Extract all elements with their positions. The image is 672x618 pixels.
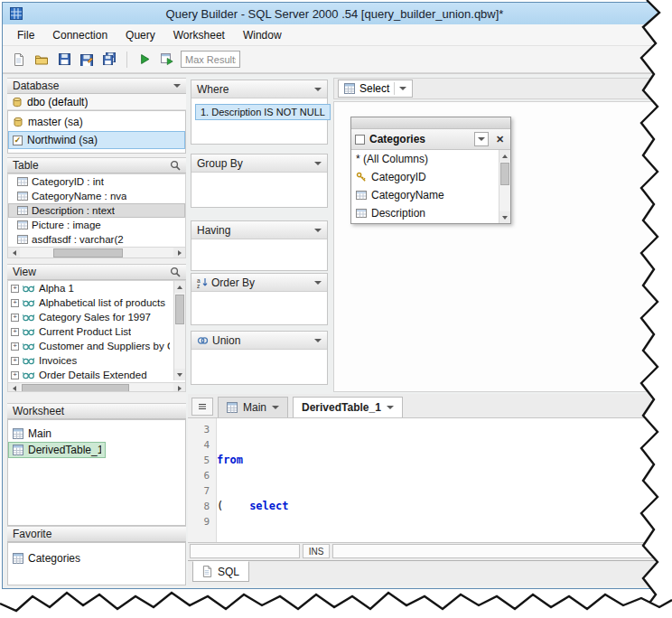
group-by-panel-body[interactable]: [191, 173, 327, 182]
menu-window[interactable]: Window: [234, 25, 291, 45]
column-item-asdfasdf[interactable]: asdfasdf : varchar(2: [8, 232, 185, 247]
column-item-description[interactable]: Description : ntext: [8, 203, 185, 218]
order-by-panel-header[interactable]: Order By: [191, 274, 327, 292]
search-icon[interactable]: [170, 267, 181, 277]
database-checked-checkbox[interactable]: ✓: [13, 136, 23, 145]
view-item[interactable]: + Current Product List: [8, 324, 173, 339]
worksheet-section-header[interactable]: Worksheet: [7, 403, 186, 419]
table-select-all-checkbox[interactable]: [355, 135, 365, 145]
favorite-section-header[interactable]: Favorite: [7, 526, 186, 542]
view-item[interactable]: + Invoices: [8, 353, 173, 368]
dropdown-icon[interactable]: [314, 162, 322, 169]
collapse-database-icon[interactable]: [173, 84, 181, 91]
sql-code-editor[interactable]: 3 4 5 6 7 8 9 from ( select * from: [188, 418, 667, 543]
menu-worksheet[interactable]: Worksheet: [164, 25, 234, 45]
schema-item-dbo[interactable]: dbo (default): [7, 94, 186, 110]
search-icon[interactable]: [170, 160, 181, 171]
open-file-button[interactable]: [33, 51, 51, 69]
scroll-right-button[interactable]: [173, 248, 185, 259]
column-item-categoryname[interactable]: CategoryName : nva: [8, 189, 185, 203]
favorite-item-categories[interactable]: Categories: [8, 550, 185, 566]
code-line[interactable]: from: [217, 453, 667, 468]
database-section-header[interactable]: Database: [7, 78, 186, 94]
view-vertical-scrollbar[interactable]: [173, 281, 185, 380]
save-as-button[interactable]: [78, 51, 96, 69]
expand-icon[interactable]: +: [11, 371, 19, 379]
menu-connection[interactable]: Connection: [43, 25, 117, 45]
table-column-row-description[interactable]: Description: [351, 204, 499, 222]
having-panel-body[interactable]: [191, 239, 327, 248]
scroll-down-button[interactable]: [499, 211, 511, 223]
order-by-panel-body[interactable]: [191, 292, 327, 301]
expand-icon[interactable]: +: [11, 357, 19, 365]
table-section-header[interactable]: Table: [7, 157, 186, 173]
having-panel-header[interactable]: Having: [191, 221, 327, 239]
dropdown-icon[interactable]: [314, 229, 322, 236]
union-panel-header[interactable]: Union: [191, 332, 327, 350]
max-results-input[interactable]: [181, 51, 240, 68]
editor-tab-derivedtable[interactable]: DerivedTable_1: [293, 397, 403, 417]
where-panel-header[interactable]: Where: [191, 80, 327, 98]
where-condition-chip[interactable]: 1. Description IS NOT NULL: [195, 104, 331, 120]
scrollbar-thumb[interactable]: [53, 248, 123, 258]
scroll-down-button[interactable]: [174, 369, 186, 380]
scroll-right-button[interactable]: [173, 383, 185, 393]
worksheet-item-main[interactable]: Main: [8, 426, 185, 442]
column-item-categoryid[interactable]: CategoryID : int: [8, 174, 185, 189]
group-by-panel-header[interactable]: Group By: [191, 154, 327, 173]
database-item-master[interactable]: master (sa): [8, 113, 185, 131]
editor-tab-main[interactable]: Main: [218, 397, 288, 417]
dropdown-icon[interactable]: [314, 88, 322, 95]
view-item[interactable]: + Alphabetical list of products: [8, 295, 173, 310]
view-horizontal-scrollbar[interactable]: [8, 382, 185, 392]
scrollbar-thumb[interactable]: [175, 295, 184, 325]
tab-dropdown-icon[interactable]: [272, 406, 279, 413]
table-horizontal-scrollbar[interactable]: [8, 247, 185, 258]
view-item[interactable]: + Alpha 1: [8, 281, 173, 295]
table-window-vertical-scrollbar[interactable]: [499, 150, 510, 223]
select-tab[interactable]: Select: [338, 80, 413, 98]
run-options-button[interactable]: [158, 51, 176, 69]
table-column-row-categoryid[interactable]: CategoryID: [351, 168, 499, 186]
view-item[interactable]: + Customer and Suppliers by C: [8, 339, 173, 353]
column-item-picture[interactable]: Picture : image: [8, 218, 185, 232]
database-item-northwind[interactable]: ✓ Northwind (sa): [8, 131, 185, 149]
code-line[interactable]: ( select: [217, 499, 667, 514]
scrollbar-thumb[interactable]: [500, 163, 509, 185]
expand-icon[interactable]: +: [11, 285, 19, 293]
menu-query[interactable]: Query: [117, 25, 164, 45]
code-area[interactable]: from ( select * from [Northwind].[dbo].[…: [217, 418, 667, 542]
save-button[interactable]: [55, 51, 73, 69]
table-window-close-button[interactable]: ✕: [493, 132, 507, 146]
save-all-button[interactable]: [100, 51, 118, 69]
union-panel-body[interactable]: [191, 350, 327, 359]
scroll-left-button[interactable]: [8, 248, 20, 259]
scroll-up-button[interactable]: [174, 281, 186, 293]
dropdown-icon[interactable]: [399, 87, 406, 94]
view-item[interactable]: + Order Details Extended: [8, 368, 173, 382]
categories-table-window[interactable]: Categories ✕ * (All Columns) CategoryID: [350, 117, 511, 224]
scrollbar-thumb[interactable]: [22, 384, 129, 393]
menu-file[interactable]: File: [8, 25, 43, 45]
sql-view-tab[interactable]: SQL: [192, 561, 249, 582]
table-window-caption[interactable]: [351, 117, 510, 129]
title-bar[interactable]: Query Builder - SQL Server 2000 .54 [que…: [3, 3, 667, 24]
new-file-button[interactable]: [10, 51, 28, 69]
view-section-header[interactable]: View: [7, 264, 186, 280]
dropdown-icon[interactable]: [314, 339, 322, 346]
expand-icon[interactable]: +: [11, 328, 19, 336]
expand-icon[interactable]: +: [11, 299, 19, 307]
table-window-header[interactable]: Categories ✕: [351, 129, 510, 150]
dropdown-icon[interactable]: [314, 281, 322, 288]
table-window-dropdown-button[interactable]: [474, 132, 489, 146]
expand-icon[interactable]: +: [11, 342, 19, 351]
tab-dropdown-icon[interactable]: [387, 406, 394, 413]
scroll-up-button[interactable]: [499, 150, 511, 162]
table-column-row-all[interactable]: * (All Columns): [351, 150, 499, 168]
view-item[interactable]: + Category Sales for 1997: [8, 310, 173, 324]
table-column-row-categoryname[interactable]: CategoryName: [351, 186, 499, 204]
query-canvas[interactable]: Categories ✕ * (All Columns) CategoryID: [333, 101, 667, 392]
scroll-left-button[interactable]: [8, 383, 20, 393]
expand-icon[interactable]: +: [11, 314, 19, 322]
worksheet-item-derivedtable[interactable]: DerivedTable_1: [8, 442, 106, 458]
